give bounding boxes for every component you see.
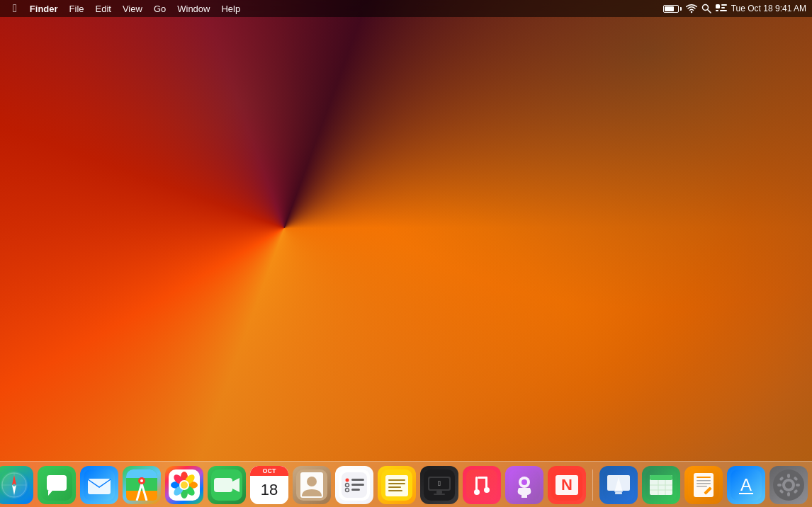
datetime-display[interactable]: Tue Oct 18 9:41 AM <box>731 4 806 13</box>
dock-app-maps[interactable] <box>123 466 161 504</box>
svg-rect-63 <box>351 479 364 481</box>
svg-rect-107 <box>697 483 711 484</box>
svg-rect-106 <box>697 480 711 482</box>
svg-rect-105 <box>697 477 711 478</box>
svg-point-42 <box>140 479 143 482</box>
dock-app-news[interactable]: N <box>548 466 586 504</box>
dock-app-messages[interactable] <box>38 466 76 504</box>
menu-edit[interactable]: Edit <box>90 0 117 17</box>
svg-rect-117 <box>787 492 790 496</box>
svg-rect-55 <box>214 478 232 492</box>
svg-text:A: A <box>740 475 752 494</box>
menu-view[interactable]: View <box>117 0 148 17</box>
dock: OCT 18 <box>0 461 812 507</box>
dock-app-calendar[interactable]: OCT 18 <box>250 466 288 504</box>
battery-icon[interactable] <box>663 5 682 13</box>
menubar:  Finder File Edit View Go Window Help <box>0 0 812 17</box>
svg-rect-67 <box>351 489 360 491</box>
dock-app-system-prefs[interactable] <box>769 466 808 504</box>
menu-go[interactable]: Go <box>148 0 171 17</box>
svg-rect-73 <box>388 490 402 491</box>
calendar-icon: OCT 18 <box>250 466 288 504</box>
svg-rect-118 <box>777 484 782 486</box>
svg-rect-4 <box>721 7 725 8</box>
svg-rect-80 <box>466 469 497 501</box>
svg-point-85 <box>484 487 490 493</box>
dock-app-facetime[interactable] <box>208 466 246 504</box>
dock-app-music[interactable] <box>463 466 501 504</box>
apple-menu[interactable]:  <box>6 0 24 17</box>
battery-tip <box>680 7 682 11</box>
dock-app-notes[interactable] <box>378 466 416 504</box>
svg-rect-72 <box>388 486 401 488</box>
svg-point-88 <box>521 479 527 485</box>
spotlight-icon[interactable] <box>701 4 711 13</box>
svg-rect-40 <box>126 491 157 495</box>
svg-rect-5 <box>716 10 718 11</box>
svg-rect-108 <box>697 486 707 487</box>
svg-rect-71 <box>388 483 405 484</box>
svg-rect-78 <box>436 491 442 494</box>
menu-window[interactable]: Window <box>171 0 215 17</box>
svg-point-62 <box>346 479 349 482</box>
svg-rect-69 <box>385 475 408 496</box>
svg-text::  <box>438 479 441 487</box>
wifi-svg <box>686 4 697 13</box>
svg-point-59 <box>307 477 317 486</box>
menu-help[interactable]: Help <box>215 0 246 17</box>
control-center-icon[interactable] <box>716 4 727 13</box>
svg-rect-82 <box>485 477 487 488</box>
svg-rect-6 <box>720 10 727 11</box>
svg-rect-70 <box>388 479 405 481</box>
wifi-icon[interactable] <box>686 4 697 13</box>
svg-rect-95 <box>615 492 622 494</box>
svg-rect-116 <box>787 474 790 478</box>
menubar-right: Tue Oct 18 9:41 AM <box>663 4 806 13</box>
svg-point-53 <box>181 482 188 489</box>
dock-app-keynote[interactable] <box>599 466 638 504</box>
svg-rect-98 <box>650 475 672 480</box>
svg-line-1 <box>707 10 711 13</box>
dock-app-numbers[interactable] <box>642 466 680 504</box>
calendar-day: 18 <box>250 476 288 504</box>
svg-point-84 <box>474 489 480 495</box>
svg-rect-65 <box>351 484 364 486</box>
svg-rect-35 <box>88 479 111 494</box>
dock-app-mail[interactable] <box>80 466 118 504</box>
calendar-month: OCT <box>250 466 288 476</box>
svg-rect-119 <box>796 484 800 486</box>
dock-app-contacts[interactable] <box>293 466 331 504</box>
dock-app-appstore[interactable]: A <box>727 466 765 504</box>
dock-container: OCT 18 <box>0 461 812 507</box>
menu-finder[interactable]: Finder <box>24 0 64 17</box>
dock-separator <box>592 469 593 501</box>
battery-body <box>663 5 679 13</box>
svg-point-115 <box>785 482 792 489</box>
dock-app-safari[interactable] <box>0 466 33 504</box>
dock-app-reminders[interactable] <box>335 466 373 504</box>
svg-rect-83 <box>475 477 478 490</box>
dock-app-photos[interactable] <box>165 466 203 504</box>
svg-text:N: N <box>561 476 573 494</box>
svg-rect-79 <box>434 494 445 495</box>
dock-app-podcasts[interactable] <box>505 466 543 504</box>
menubar-left:  Finder File Edit View Go Window Help <box>6 0 663 17</box>
desktop:  Finder File Edit View Go Window Help <box>0 0 812 507</box>
menu-file[interactable]: File <box>64 0 90 17</box>
svg-rect-2 <box>716 4 720 8</box>
dock-app-appletv[interactable]:  <box>420 466 458 504</box>
dock-app-pages[interactable] <box>684 466 723 504</box>
battery-fill <box>665 6 675 11</box>
svg-rect-3 <box>721 4 727 6</box>
